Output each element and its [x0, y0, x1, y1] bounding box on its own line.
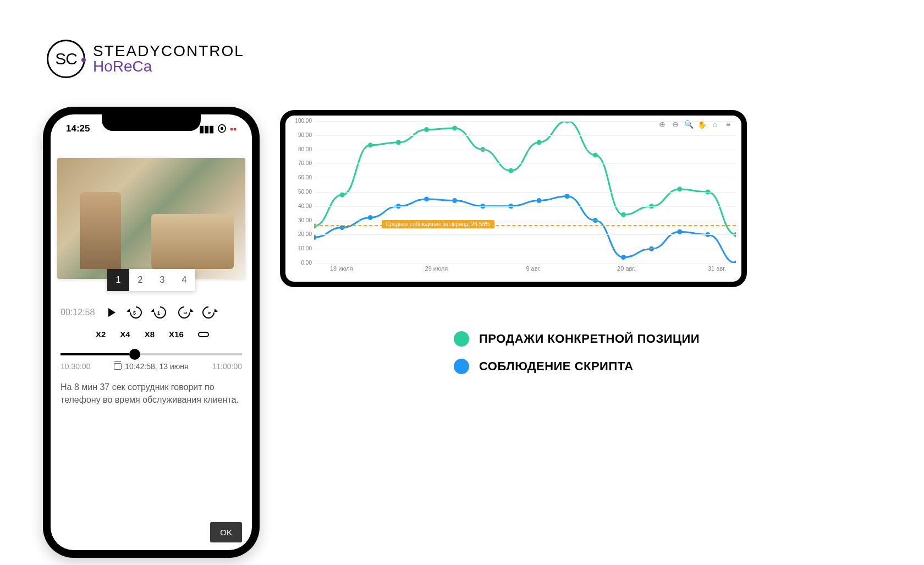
speed-row: X2 X4 X8 X16 — [51, 320, 252, 339]
logo-dot-icon — [81, 58, 86, 62]
player-controls: 00:12:58 5 1 1 5 — [51, 291, 252, 320]
x-axis-ticks: 18 июля29 июля9 авг.20 авг.31 авг. — [314, 265, 736, 276]
event-note: На 8 мин 37 сек сотрудник говорит по тел… — [51, 371, 252, 406]
svg-point-13 — [677, 186, 682, 191]
timeline-mid-text: 10:42:58, 13 июня — [125, 362, 188, 371]
legend-label-script: СОБЛЮДЕНИЕ СКРИПТА — [479, 359, 634, 374]
video-card — [57, 158, 245, 279]
svg-point-7 — [508, 168, 513, 173]
rewind-1-button[interactable]: 1 — [153, 305, 167, 320]
status-time: 14:25 — [66, 123, 90, 135]
chart-reference-label: Среднее соблюдение за период: 26.58% — [382, 220, 494, 228]
legend-label-sales: ПРОДАЖИ КОНКРЕТНОЙ ПОЗИЦИИ — [479, 332, 700, 346]
svg-point-10 — [593, 152, 598, 157]
speed-x2[interactable]: X2 — [96, 330, 106, 339]
legend-row-script: СОБЛЮДЕНИЕ СКРИПТА — [454, 359, 700, 374]
svg-point-24 — [537, 198, 542, 203]
legend-swatch-green — [454, 331, 469, 347]
logo-mark: SC — [47, 40, 85, 78]
tablet-frame: ⊕ ⊖ 🔍 ✋ ⌂ ≡ 100.0090.0080.0070.0060.0050… — [280, 110, 747, 287]
rewind-5-button[interactable]: 5 — [129, 305, 143, 320]
link-icon[interactable] — [198, 332, 209, 337]
logo-initials: SC — [55, 50, 77, 68]
svg-point-8 — [537, 140, 542, 145]
svg-point-4 — [424, 127, 429, 132]
phone-frame: 14:25 ▮▮▮ ⦿ ▪▪ 1 2 3 4 00:12:58 5 1 1 5 — [43, 107, 260, 558]
svg-point-2 — [368, 142, 373, 147]
play-icon — [108, 308, 116, 317]
timeline-labels: 10:30:00 10:42:58, 13 июня 11:00:00 — [51, 355, 252, 371]
phone-screen: 14:25 ▮▮▮ ⦿ ▪▪ 1 2 3 4 00:12:58 5 1 1 5 — [51, 114, 252, 550]
svg-point-20 — [424, 196, 429, 201]
svg-point-18 — [368, 215, 373, 220]
tab-2[interactable]: 2 — [129, 269, 151, 291]
forward-5-button[interactable]: 5 — [201, 305, 216, 320]
play-button[interactable] — [105, 305, 119, 320]
svg-point-5 — [452, 125, 457, 130]
battery-icon: ▪▪ — [230, 124, 237, 135]
logo-text: STEADYCONTROL HoReCa — [93, 42, 244, 75]
speed-x4[interactable]: X4 — [120, 330, 130, 339]
tab-1[interactable]: 1 — [107, 269, 129, 291]
timeline-end: 11:00:00 — [212, 362, 243, 371]
chart-area: ⊕ ⊖ 🔍 ✋ ⌂ ≡ 100.0090.0080.0070.0060.0050… — [285, 116, 741, 282]
speed-x8[interactable]: X8 — [145, 330, 155, 339]
svg-point-11 — [621, 212, 626, 217]
chart-plot[interactable]: Среднее соблюдение за период: 26.58% — [314, 121, 736, 263]
brand-logo: SC STEADYCONTROL HoReCa — [47, 40, 244, 78]
forward-1-button[interactable]: 1 — [177, 305, 191, 320]
phone-notch — [102, 114, 201, 131]
tab-4[interactable]: 4 — [173, 269, 195, 291]
timeline-start: 10:30:00 — [61, 362, 91, 371]
status-icons: ▮▮▮ ⦿ ▪▪ — [199, 123, 237, 135]
svg-point-21 — [452, 198, 457, 203]
chart-legend: ПРОДАЖИ КОНКРЕТНОЙ ПОЗИЦИИ СОБЛЮДЕНИЕ СК… — [454, 331, 700, 386]
camera-tabs: 1 2 3 4 — [51, 269, 252, 291]
logo-line2: HoReCa — [93, 58, 244, 75]
svg-point-16 — [314, 235, 317, 240]
progress-slider[interactable] — [61, 353, 242, 355]
legend-row-sales: ПРОДАЖИ КОНКРЕТНОЙ ПОЗИЦИИ — [454, 331, 700, 347]
timeline-mid: 10:42:58, 13 июня — [114, 362, 188, 371]
ok-button[interactable]: OK — [210, 522, 242, 542]
signal-icon: ▮▮▮ — [199, 123, 214, 135]
speed-x16[interactable]: X16 — [169, 330, 184, 339]
calendar-icon — [114, 363, 122, 370]
svg-point-25 — [565, 194, 570, 199]
elapsed-time: 00:12:58 — [61, 308, 95, 317]
svg-point-29 — [677, 229, 682, 234]
y-axis-ticks: 100.0090.0080.0070.0060.0050.0040.0030.0… — [290, 121, 312, 263]
wifi-icon: ⦿ — [217, 124, 227, 135]
legend-swatch-blue — [454, 359, 469, 374]
svg-point-1 — [340, 193, 345, 198]
video-thumbnail[interactable] — [57, 158, 245, 279]
svg-point-27 — [621, 255, 626, 260]
svg-point-3 — [396, 140, 401, 145]
tab-3[interactable]: 3 — [151, 269, 173, 291]
